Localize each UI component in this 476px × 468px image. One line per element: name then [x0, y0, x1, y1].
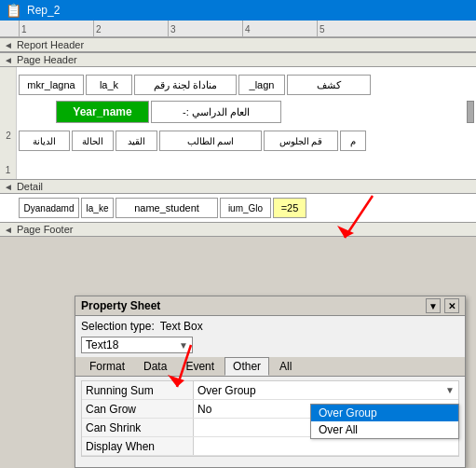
prop-label-can-grow: Can Grow [82, 400, 194, 418]
ruler-mark-2: 2 [93, 21, 168, 36]
canvas-area: ◄ Report Header ◄ Page Header 1 mkr_lagn… [0, 37, 476, 468]
field-num-glo[interactable]: ium_Glo [220, 198, 271, 218]
prop-control-name: Text18 [86, 338, 118, 351]
field-halah[interactable]: الحالة [72, 131, 114, 151]
prop-selection-value: Text Box [160, 320, 203, 333]
running-sum-dropdown-icon: ▼ [445, 385, 455, 395]
field-academic-year[interactable]: العام الدراسي :- [151, 101, 281, 123]
prop-selection-label: Selection type: [81, 320, 155, 333]
ruler-mark-3: 3 [168, 21, 242, 36]
row-num-2: 2 [0, 131, 17, 141]
field-dyanadam[interactable]: Dyanadamd [19, 198, 79, 218]
page-header-content[interactable]: 1 mkr_lagna la_k مناداة لجنة رقم _lagn ك… [0, 67, 476, 179]
ruler-mark-5: 5 [317, 21, 391, 36]
prop-control-dropdown-arrow: ▼ [179, 340, 188, 351]
report-header-section: ◄ Report Header [0, 37, 476, 52]
tab-data[interactable]: Data [135, 357, 175, 376]
detail-label: Detail [17, 181, 43, 192]
field-mkr-lagna[interactable]: mkr_lagna [19, 75, 84, 95]
report-designer: 1 2 3 4 5 ◄ Report Header ◄ Page Header … [0, 21, 476, 468]
title-bar-icon: 📋 [6, 3, 21, 18]
property-sheet-titlebar: Property Sheet ▼ ✕ [75, 296, 465, 316]
ruler-mark-4: 4 [242, 21, 317, 36]
property-sheet-title: Property Sheet [81, 299, 160, 312]
prop-selection-row: Selection type: Text Box [75, 316, 465, 337]
field-year-name[interactable]: Year_name [56, 101, 149, 123]
field-eq25[interactable]: =25 [273, 198, 306, 218]
tab-all[interactable]: All [271, 357, 300, 376]
prop-tabs-bar: Format Data Event Other All [75, 357, 465, 377]
selection-handle [467, 101, 474, 123]
dropdown-overlay[interactable]: Over Group Over All [310, 404, 459, 439]
detail-content[interactable]: Dyanadamd la_ke name_student ium_Glo =25 [0, 194, 476, 222]
field-deyane[interactable]: الديانة [19, 131, 70, 151]
report-header-label: Report Header [17, 39, 84, 50]
field-qeed[interactable]: القيد [116, 131, 157, 151]
prop-control-select[interactable]: Text18 ▼ [81, 337, 193, 353]
prop-close-button[interactable]: ✕ [444, 298, 459, 313]
title-bar-title: Rep_2 [27, 4, 60, 17]
ruler: 1 2 3 4 5 [0, 21, 476, 37]
prop-pin-button[interactable]: ▼ [426, 298, 441, 313]
field-kshf[interactable]: كشف [287, 75, 371, 95]
dropdown-item-over-group[interactable]: Over Group [311, 405, 458, 421]
page-header-label: Page Header [17, 54, 77, 65]
title-bar: 📋 Rep_2 [0, 0, 476, 21]
ruler-mark-1: 1 [19, 21, 93, 36]
field-student-name[interactable]: name_student [116, 198, 218, 218]
prop-label-can-shrink: Can Shrink [82, 419, 194, 436]
prop-control-row: Text18 ▼ [75, 337, 465, 357]
page-footer-label: Page Footer [17, 224, 74, 235]
field-la-k[interactable]: la_k [86, 75, 132, 95]
page-footer-section-header: ◄ Page Footer [0, 222, 476, 237]
prop-label-display-when: Display When [82, 437, 194, 455]
property-sheet: Property Sheet ▼ ✕ Selection type: Text … [75, 296, 466, 468]
prop-value-display-when[interactable] [194, 437, 458, 455]
detail-section-header: ◄ Detail [0, 179, 476, 194]
field-m[interactable]: م [340, 131, 366, 151]
prop-row-running-sum: Running Sum Over Group ▼ [82, 381, 458, 400]
field-lagna-ar[interactable]: مناداة لجنة رقم [134, 75, 237, 95]
dropdown-item-over-all[interactable]: Over All [311, 421, 458, 438]
field-la-ke[interactable]: la_ke [81, 198, 114, 218]
field-qm-jloos[interactable]: قم الجلوس [264, 131, 338, 151]
prop-value-running-sum[interactable]: Over Group ▼ [194, 381, 458, 399]
page-header-section-header: ◄ Page Header [0, 52, 476, 67]
field-lagna2[interactable]: _lagn [238, 75, 285, 95]
tab-other[interactable]: Other [224, 357, 269, 376]
field-ism-taleb[interactable]: اسم الطالب [159, 131, 262, 151]
prop-row-display-when: Display When [82, 437, 458, 456]
tab-format[interactable]: Format [81, 357, 133, 376]
prop-label-running-sum: Running Sum [82, 381, 194, 399]
row-num-1: 1 [6, 165, 11, 179]
tab-event[interactable]: Event [177, 357, 223, 376]
